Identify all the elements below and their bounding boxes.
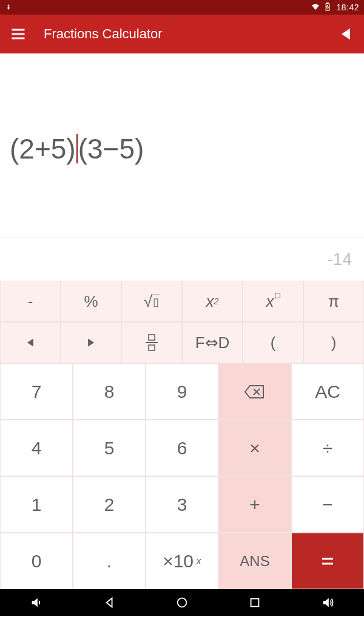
text-cursor bbox=[76, 134, 78, 163]
sqrt-button[interactable]: √▯ bbox=[121, 281, 182, 322]
equals-button[interactable] bbox=[291, 533, 364, 589]
app-bar: Fractions Calculator bbox=[0, 15, 364, 53]
digit-1-button[interactable]: 1 bbox=[0, 476, 73, 533]
ans-button[interactable]: ANS bbox=[218, 533, 291, 589]
cursor-right-button[interactable] bbox=[61, 322, 121, 363]
volume-down-icon[interactable] bbox=[23, 589, 50, 616]
add-button[interactable]: + bbox=[218, 476, 291, 533]
all-clear-button[interactable]: AC bbox=[291, 363, 364, 420]
keypad: - % √▯ x2 x π F⇔D ( ) 7 8 9 AC 4 5 bbox=[0, 281, 364, 589]
digit-0-button[interactable]: 0 bbox=[0, 533, 73, 589]
digit-8-button[interactable]: 8 bbox=[73, 363, 146, 420]
digit-4-button[interactable]: 4 bbox=[0, 420, 73, 476]
multiply-button[interactable]: × bbox=[218, 420, 291, 476]
recents-nav-button[interactable] bbox=[241, 589, 268, 616]
expression-display[interactable]: (2+5)(3−5) bbox=[0, 53, 364, 238]
android-status-bar: 18:42 bbox=[0, 0, 364, 15]
digit-6-button[interactable]: 6 bbox=[146, 420, 218, 476]
digit-3-button[interactable]: 3 bbox=[146, 476, 218, 533]
frac-dec-button[interactable]: F⇔D bbox=[182, 322, 243, 363]
svg-point-14 bbox=[178, 598, 187, 607]
svg-rect-15 bbox=[251, 599, 259, 607]
result-display: -14 bbox=[0, 238, 364, 281]
digit-9-button[interactable]: 9 bbox=[146, 363, 218, 420]
android-nav-bar bbox=[0, 589, 364, 616]
negate-button[interactable]: - bbox=[0, 281, 61, 322]
square-button[interactable]: x2 bbox=[182, 281, 243, 322]
power-button[interactable]: x bbox=[243, 281, 303, 322]
app-title: Fractions Calculator bbox=[44, 26, 337, 42]
digit-2-button[interactable]: 2 bbox=[73, 476, 146, 533]
backspace-button[interactable] bbox=[218, 363, 291, 420]
divide-button[interactable]: ÷ bbox=[291, 420, 364, 476]
debug-icon bbox=[5, 4, 19, 11]
decimal-button[interactable]: . bbox=[73, 533, 146, 589]
history-back-icon[interactable] bbox=[337, 26, 354, 43]
result-value: -14 bbox=[328, 250, 352, 269]
svg-rect-9 bbox=[149, 345, 155, 350]
subtract-button[interactable]: − bbox=[291, 476, 364, 533]
right-paren-button[interactable]: ) bbox=[303, 322, 364, 363]
digit-7-button[interactable]: 7 bbox=[0, 363, 73, 420]
svg-point-0 bbox=[8, 5, 10, 7]
back-nav-button[interactable] bbox=[96, 589, 123, 616]
fraction-button[interactable] bbox=[121, 322, 182, 363]
pi-button[interactable]: π bbox=[303, 281, 364, 322]
left-paren-button[interactable]: ( bbox=[243, 322, 303, 363]
svg-rect-7 bbox=[149, 335, 155, 340]
volume-up-icon[interactable] bbox=[314, 589, 341, 616]
svg-rect-1 bbox=[8, 7, 10, 10]
battery-icon bbox=[323, 2, 332, 13]
svg-rect-3 bbox=[327, 3, 329, 4]
home-nav-button[interactable] bbox=[169, 589, 195, 616]
menu-icon[interactable] bbox=[10, 26, 27, 43]
status-time: 18:42 bbox=[336, 2, 359, 12]
digit-5-button[interactable]: 5 bbox=[73, 420, 146, 476]
cursor-left-button[interactable] bbox=[0, 322, 61, 363]
wifi-icon bbox=[311, 2, 320, 13]
times-ten-power-button[interactable]: ×10 x bbox=[146, 533, 218, 589]
expression-text: (2+5)(3−5) bbox=[10, 132, 144, 165]
percent-button[interactable]: % bbox=[61, 281, 121, 322]
